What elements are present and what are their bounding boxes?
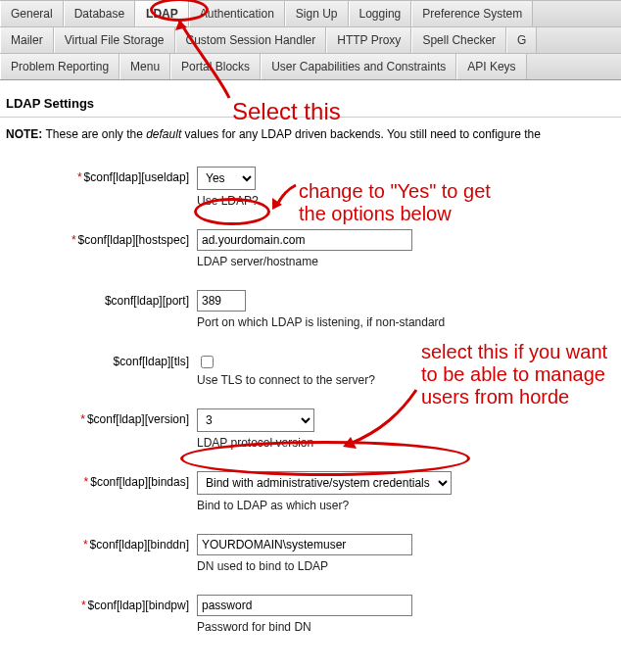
tls-label: $conf[ldap][tls] <box>6 351 197 368</box>
hostspec-helper: LDAP server/hostname <box>197 255 615 268</box>
tls-helper: Use TLS to connect to the server? <box>197 373 615 387</box>
hostspec-input[interactable] <box>197 229 412 251</box>
bindas-label: *$conf[ldap][bindas] <box>6 471 197 489</box>
tab-database[interactable]: Database <box>64 1 135 26</box>
bindpw-helper: Password for bind DN <box>197 620 615 634</box>
tab-g[interactable]: G <box>506 27 537 53</box>
tab-user-capabilities-and-constraints[interactable]: User Capabilities and Constraints <box>261 54 456 79</box>
ldap-form: *$conf[ldap][useldap] Yes Use LDAP? *$co… <box>0 151 621 672</box>
tab-api-keys[interactable]: API Keys <box>456 54 526 79</box>
port-input[interactable] <box>197 290 246 312</box>
bindpw-input[interactable] <box>197 595 412 616</box>
useldap-select[interactable]: Yes <box>197 167 256 190</box>
tls-checkbox[interactable] <box>201 356 214 368</box>
tab-general[interactable]: General <box>0 1 64 26</box>
tab-virtual-file-storage[interactable]: Virtual File Storage <box>54 27 175 53</box>
tab-sign-up[interactable]: Sign Up <box>285 1 349 26</box>
bindpw-label: *$conf[ldap][bindpw] <box>6 595 197 612</box>
tabs-row-3: Problem ReportingMenuPortal BlocksUser C… <box>0 53 621 79</box>
tab-ldap[interactable]: LDAP <box>135 1 189 26</box>
binddn-label: *$conf[ldap][binddn] <box>6 534 197 552</box>
tabs-row-2: MailerVirtual File StorageCustom Session… <box>0 26 621 53</box>
version-helper: LDAP protocol version <box>197 436 615 450</box>
port-helper: Port on which LDAP is listening, if non-… <box>197 315 615 329</box>
useldap-label: *$conf[ldap][useldap] <box>6 167 197 184</box>
port-label: $conf[ldap][port] <box>6 290 197 308</box>
tab-authentication[interactable]: Authentication <box>189 1 285 26</box>
version-label: *$conf[ldap][version] <box>6 408 197 426</box>
tab-http-proxy[interactable]: HTTP Proxy <box>326 27 411 53</box>
tab-logging[interactable]: Logging <box>349 1 412 26</box>
tab-custom-session-handler[interactable]: Custom Session Handler <box>175 27 327 53</box>
note-text: NOTE: These are only the default values … <box>0 118 621 151</box>
tab-preference-system[interactable]: Preference System <box>411 1 533 26</box>
tabs-container: GeneralDatabaseLDAPAuthenticationSign Up… <box>0 0 621 80</box>
tabs-row-1: GeneralDatabaseLDAPAuthenticationSign Up… <box>0 0 621 26</box>
note-italic: default <box>146 127 181 141</box>
section-title: LDAP Settings <box>0 80 621 118</box>
note-bold: NOTE: <box>6 127 42 141</box>
tab-portal-blocks[interactable]: Portal Blocks <box>170 54 261 79</box>
tab-problem-reporting[interactable]: Problem Reporting <box>0 54 119 79</box>
hostspec-label: *$conf[ldap][hostspec] <box>6 229 197 247</box>
useldap-helper: Use LDAP? <box>197 194 615 208</box>
tab-menu[interactable]: Menu <box>119 54 170 79</box>
bindas-select[interactable]: Bind with administrative/system credenti… <box>197 471 452 495</box>
bindas-helper: Bind to LDAP as which user? <box>197 499 615 512</box>
version-select[interactable]: 3 <box>197 408 314 432</box>
binddn-helper: DN used to bind to LDAP <box>197 559 615 573</box>
binddn-input[interactable] <box>197 534 412 555</box>
tab-spell-checker[interactable]: Spell Checker <box>411 27 506 53</box>
tab-mailer[interactable]: Mailer <box>0 27 54 53</box>
